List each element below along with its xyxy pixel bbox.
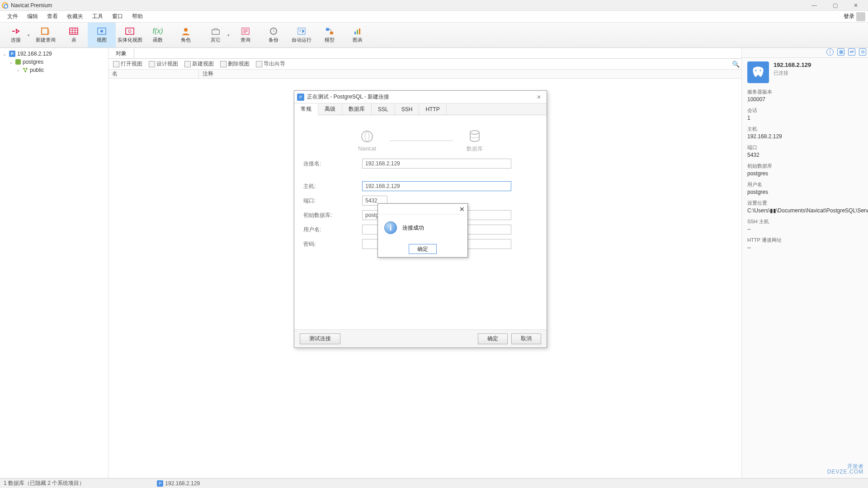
info-prop: 设置位置C:\Users\▮▮\Documents\Navicat\Postgr…	[747, 200, 863, 214]
dialog-footer: 测试连接 确定 取消	[294, 329, 547, 347]
svg-point-6	[184, 28, 188, 32]
tb-view[interactable]: 视图	[88, 23, 116, 47]
msgbox-body: i 连接成功	[378, 215, 467, 241]
delete-icon	[220, 61, 226, 67]
tb-mview[interactable]: 实体化视图	[116, 23, 144, 47]
tb-query[interactable]: 查询	[231, 23, 259, 47]
btn-design-view[interactable]: 设计视图	[146, 60, 181, 68]
btn-dialog-ok[interactable]: 确定	[478, 333, 508, 344]
btn-open-view[interactable]: 打开视图	[110, 60, 145, 68]
tb-model[interactable]: 模型	[316, 23, 344, 47]
col-name[interactable]: 名	[108, 70, 199, 78]
input-host[interactable]	[362, 181, 511, 191]
tb-auto[interactable]: 自动运行	[288, 23, 316, 47]
chart-icon	[352, 27, 363, 36]
new-icon	[184, 61, 191, 67]
msgbox-close-icon[interactable]: ✕	[459, 206, 465, 213]
mview-icon	[124, 27, 135, 36]
dlg-tab-general[interactable]: 常规	[294, 103, 318, 115]
svg-point-19	[755, 70, 757, 71]
database-label: 数据库	[467, 145, 483, 153]
menu-favorites[interactable]: 收藏夹	[62, 11, 88, 23]
flow-icon[interactable]: ⇄	[848, 48, 855, 56]
menu-window[interactable]: 窗口	[108, 11, 127, 23]
info-prop-key: SSH 主机	[747, 218, 863, 225]
tb-func[interactable]: f(x)函数	[144, 23, 172, 47]
avatar-icon[interactable]	[856, 12, 865, 21]
lbl-host: 主机:	[303, 183, 362, 190]
svg-point-5	[128, 30, 131, 33]
menu-file[interactable]: 文件	[3, 11, 23, 23]
tb-chart[interactable]: 图表	[344, 23, 372, 47]
btn-delete-view[interactable]: 删除视图	[217, 60, 252, 68]
menu-view[interactable]: 查看	[42, 11, 62, 23]
msgbox-text: 连接成功	[402, 224, 424, 232]
tb-table[interactable]: 表	[60, 23, 88, 47]
table-icon	[68, 27, 79, 36]
tree-schema[interactable]: ›public	[0, 66, 108, 74]
info-prop-val: 1	[747, 115, 863, 121]
tab-objects[interactable]: 对象	[108, 49, 134, 58]
info-prop-key: 主机	[747, 126, 863, 132]
tb-newquery[interactable]: 新建查询	[32, 23, 60, 47]
dlg-tab-http[interactable]: HTTP	[419, 103, 446, 115]
menu-edit[interactable]: 编辑	[23, 11, 42, 23]
postgresql-icon: P	[157, 480, 163, 487]
input-conn-name[interactable]	[362, 159, 511, 169]
struct-icon[interactable]: ⧉	[859, 48, 866, 56]
plug-icon	[10, 27, 21, 36]
tb-connect[interactable]: 连接▾	[0, 23, 32, 47]
app-title: Navicat Premium	[11, 2, 52, 9]
info-prop-val: --	[747, 226, 863, 232]
collapse-icon[interactable]: ⌄	[2, 52, 7, 56]
dlg-tab-ssh[interactable]: SSH	[395, 103, 420, 115]
login-link[interactable]: 登录	[844, 13, 854, 20]
expand-icon[interactable]: ›	[15, 68, 21, 73]
connection-tree: ⌄P192.168.2.129 ⌄postgres ›public	[0, 48, 108, 478]
btn-dialog-cancel[interactable]: 取消	[511, 333, 541, 344]
lbl-conn-name: 连接名:	[303, 160, 362, 168]
export-icon	[256, 61, 262, 67]
dialog-titlebar[interactable]: P 正在测试 - PostgreSQL - 新建连接 ✕	[294, 91, 547, 103]
msgbox-titlebar[interactable]: ✕	[378, 204, 467, 215]
menu-help[interactable]: 帮助	[127, 11, 147, 23]
tb-other[interactable]: 其它▾	[200, 23, 231, 47]
grid-icon[interactable]: ▦	[837, 48, 844, 56]
tree-connection[interactable]: ⌄P192.168.2.129	[0, 50, 108, 58]
dlg-tab-ssl[interactable]: SSL	[372, 103, 395, 115]
chevron-down-icon: ▾	[227, 33, 230, 38]
menubar: 文件 编辑 查看 收藏夹 工具 窗口 帮助 登录	[0, 11, 868, 23]
svg-rect-11	[326, 28, 329, 31]
col-comment[interactable]: 注释	[199, 70, 217, 78]
connection-line	[390, 141, 453, 141]
maximize-button[interactable]: ▢	[825, 0, 845, 11]
collapse-icon[interactable]: ⌄	[8, 60, 14, 65]
backup-icon	[268, 27, 279, 36]
info-icon[interactable]: i	[826, 48, 834, 56]
dlg-tab-database[interactable]: 数据库	[342, 103, 372, 115]
info-icon: i	[384, 221, 397, 234]
btn-test-connection[interactable]: 测试连接	[300, 333, 340, 344]
postgresql-icon: P	[297, 94, 304, 101]
msgbox-ok-button[interactable]: 确定	[409, 244, 437, 254]
dialog-close-icon[interactable]: ✕	[534, 94, 544, 100]
tb-backup[interactable]: 备份	[259, 23, 288, 47]
tree-conn-label: 192.168.2.129	[17, 51, 52, 57]
minimize-button[interactable]: ―	[804, 0, 825, 11]
content-tabs: 对象	[108, 48, 741, 59]
tb-role[interactable]: 角色	[172, 23, 200, 47]
dlg-tab-advanced[interactable]: 高级	[318, 103, 342, 115]
menu-tools[interactable]: 工具	[88, 11, 108, 23]
search-icon[interactable]: 🔍	[732, 61, 740, 68]
tree-database[interactable]: ⌄postgres	[0, 58, 108, 66]
connection-visual: Navicat 数据库	[303, 122, 538, 159]
postgresql-icon: P	[9, 51, 15, 57]
info-prop-val: 192.168.2.129	[747, 133, 863, 140]
open-icon	[113, 61, 119, 67]
info-prop: 主机192.168.2.129	[747, 126, 863, 140]
btn-new-view[interactable]: 新建视图	[182, 60, 217, 68]
lbl-pass: 密码:	[303, 240, 362, 248]
btn-export-wizard[interactable]: 导出向导	[253, 60, 288, 68]
close-button[interactable]: ✕	[845, 0, 866, 11]
info-prop-val: postgres	[747, 170, 863, 177]
